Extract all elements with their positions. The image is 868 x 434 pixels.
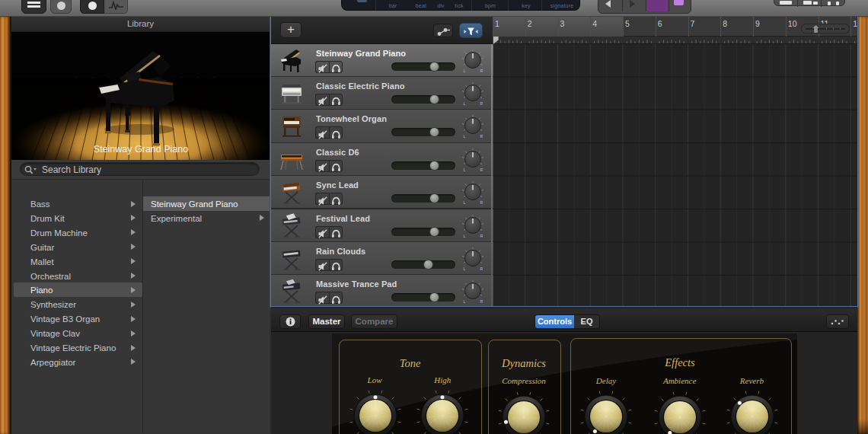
svg-text:L: L	[464, 266, 466, 271]
svg-text:R: R	[480, 168, 483, 172]
svg-text:R: R	[480, 101, 483, 106]
svg-text:L: L	[464, 168, 466, 172]
svg-text:L: L	[464, 200, 466, 205]
svg-text:L: L	[464, 101, 466, 106]
svg-text:R: R	[480, 69, 483, 73]
svg-text:Steinway Grand Piano: Steinway Grand Piano	[94, 144, 188, 155]
svg-text:R: R	[480, 234, 483, 238]
svg-text:R: R	[480, 200, 483, 205]
svg-text:L: L	[464, 234, 466, 238]
svg-text:L: L	[464, 134, 466, 139]
svg-text:R: R	[480, 134, 483, 139]
svg-text:L: L	[464, 69, 466, 73]
svg-text:R: R	[480, 266, 483, 271]
svg-text:L: L	[464, 299, 466, 304]
svg-text:R: R	[480, 299, 483, 304]
